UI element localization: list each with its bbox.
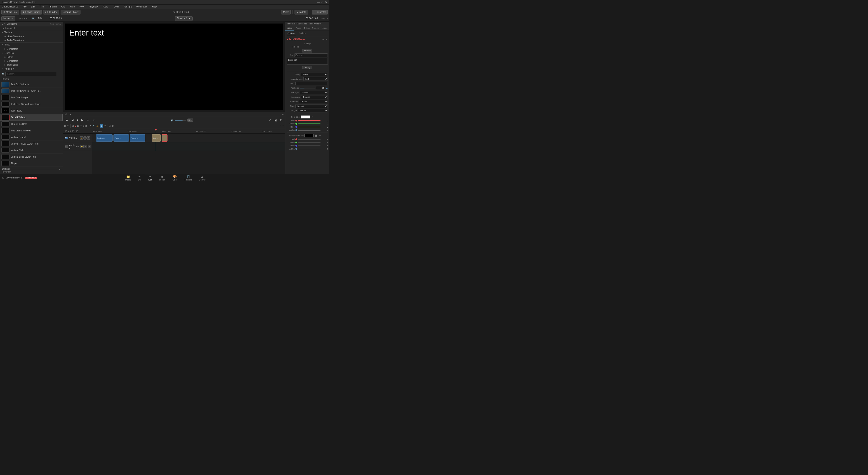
bg-color-edit-btn[interactable]: ✏ — [319, 135, 321, 137]
track-btn[interactable]: ⊠ — [83, 125, 84, 127]
subtitles-section-header[interactable]: Subtitles ▲ — [0, 167, 63, 170]
viewer-detach-btn[interactable]: ⊡ — [279, 118, 283, 122]
sound-library-btn[interactable]: ♪ Sound Library — [61, 10, 81, 14]
master-dropdown-btn[interactable]: Master ▼ — [1, 16, 15, 21]
mute-btn[interactable]: DIM — [187, 119, 193, 122]
tab-deliver[interactable]: ▲ Deliver — [195, 174, 209, 181]
media-pool-btn[interactable]: ⊞ Media Pool — [1, 10, 19, 14]
timeline-name-selector[interactable]: Timeline 1 ▼ — [175, 16, 193, 21]
menu-fusion[interactable]: Fusion — [101, 5, 110, 8]
red-slider[interactable] — [298, 120, 320, 121]
menu-color[interactable]: Color — [113, 5, 120, 8]
snapping-btn[interactable]: ⊞ — [72, 125, 74, 127]
effect-vertical-slide-lower[interactable]: Vertical Slide Lower Third — [0, 154, 63, 160]
inspector-tab-image[interactable]: Image — [320, 26, 329, 31]
blue-slider[interactable] — [298, 127, 320, 127]
inspector-tab-video[interactable]: Video — [285, 26, 294, 31]
justify-btn[interactable]: Justify — [302, 66, 312, 69]
bg-alpha-slider[interactable] — [298, 149, 320, 149]
video-transitions-item[interactable]: ▶ Video Transitions — [0, 35, 63, 38]
loop-btn[interactable]: ↺ — [92, 118, 96, 122]
inspector-settings-tab[interactable]: Settings — [298, 32, 307, 35]
red-keyframe-dot[interactable] — [296, 120, 297, 121]
mixer-btn[interactable]: Mixer — [281, 10, 291, 14]
subpixel-select[interactable]: Default — [299, 100, 328, 103]
menu-help[interactable]: Help — [151, 5, 158, 8]
effects-search-input[interactable] — [5, 72, 56, 76]
font-size-slider[interactable] — [300, 88, 315, 88]
generators-item[interactable]: ▶ Generators — [0, 47, 63, 51]
font-size-input[interactable] — [316, 86, 325, 90]
hint-style-select[interactable]: Default — [300, 91, 328, 94]
browse-btn[interactable]: Browse — [302, 49, 312, 53]
viewer-fullscreen-btn[interactable]: ⤢ — [268, 118, 272, 122]
play-backward-btn[interactable]: ◀ — [70, 118, 74, 122]
bg-color-reset[interactable]: ■ — [315, 135, 317, 137]
weight-select[interactable]: Normal — [298, 109, 328, 112]
blue-keyframe-dot[interactable] — [296, 126, 297, 128]
maximize-btn[interactable]: □ — [322, 1, 323, 4]
clip-text-2[interactable] — [162, 135, 167, 142]
audio-m-icon[interactable]: M — [88, 145, 91, 148]
goto-start-btn[interactable]: ⏮ — [65, 118, 69, 122]
effect-text-ripple[interactable]: TEXT Text Ripple — [0, 108, 63, 114]
viewer-cinema-btn[interactable]: ▣ — [274, 118, 278, 122]
playhead[interactable] — [156, 129, 156, 133]
effect-zipper[interactable]: Zipper — [0, 160, 63, 167]
audio-lock-icon[interactable]: 🔒 — [81, 145, 84, 148]
effect-text-over-shape[interactable]: Text Over Shape — [0, 94, 63, 101]
bg-red-dot[interactable] — [296, 139, 297, 140]
tab-cut[interactable]: ✂ Cut — [134, 174, 145, 181]
inspector-controls-tab[interactable]: Controls — [287, 32, 296, 35]
menu-playback[interactable]: Playback — [88, 5, 99, 8]
bg-blue-dot[interactable] — [296, 145, 297, 147]
antialiasing-select[interactable]: Default — [301, 95, 328, 99]
clip-fusion-3[interactable]: Fusion ... — [130, 135, 145, 142]
audiofx-header[interactable]: ▼ Audio FX — [0, 67, 63, 71]
tab-fairlight[interactable]: 🎵 Fairlight — [181, 174, 195, 181]
text-area-preview[interactable]: Enter text — [287, 58, 328, 65]
audio-transitions-item[interactable]: ▶ Audio Transitions — [0, 38, 63, 42]
razor-btn[interactable]: ✂ — [80, 125, 82, 127]
minimize-btn[interactable]: — — [317, 1, 320, 4]
menu-clip[interactable]: Clip — [61, 5, 66, 8]
menu-timeline[interactable]: Timeline — [48, 5, 58, 8]
menu-trim[interactable]: Trim — [39, 5, 45, 8]
edit-index-btn[interactable]: ≡ Edit Index — [43, 10, 59, 14]
bg-red-slider[interactable] — [298, 139, 320, 140]
filters-item[interactable]: ▶ Filters — [0, 55, 63, 59]
menu-edit[interactable]: Edit — [30, 5, 36, 8]
play-forward-btn[interactable]: ▶ — [81, 118, 84, 122]
viewer-next-btn[interactable]: ▷ — [68, 112, 71, 116]
bg-green-slider[interactable] — [298, 142, 320, 143]
effect-textofxmacro[interactable]: TextOFXMacro — [0, 114, 63, 121]
flag-btn[interactable]: ▼ — [104, 125, 106, 127]
openfx-header[interactable]: ▼ Open FX — [0, 51, 63, 55]
font-color-swatch[interactable] — [301, 115, 310, 119]
viewer-prev-btn[interactable]: ◁ — [64, 112, 67, 116]
timeline-item[interactable]: ■ Timeline 1 — [0, 26, 63, 30]
reset-section-btn[interactable]: ⊙ — [325, 38, 328, 41]
video-eye-icon[interactable]: 👁 — [84, 137, 87, 140]
effect-text-box-swipe-lower[interactable]: Text Box Swipe In Lower Th... — [0, 88, 63, 94]
goto-end-btn[interactable]: ⏭ — [86, 118, 90, 122]
menu-workspace[interactable]: Workspace — [135, 5, 149, 8]
effects-more-btn[interactable]: ⋮ — [57, 72, 61, 76]
inspector-tab-effects[interactable]: Effects — [303, 26, 312, 31]
clip-fusion-1[interactable]: Fusion ... — [96, 135, 113, 142]
alpha-keyframe-dot[interactable] — [296, 129, 297, 131]
effect-text-over-shape-lower[interactable]: Text Over Shape Lower Third — [0, 101, 63, 108]
record-btn[interactable]: ● — [74, 125, 76, 127]
tab-edit[interactable]: ✏ Edit — [145, 174, 156, 181]
volume-slider[interactable] — [175, 120, 186, 121]
inspector-tab-audio[interactable]: Audio — [294, 26, 303, 31]
effect-vertical-slide[interactable]: Vertical Slide — [0, 147, 63, 154]
effect-text-box-swipe-in[interactable]: Text Box Swipe In — [0, 81, 63, 88]
font-size-keyframe[interactable]: ◆ — [326, 87, 328, 89]
bg-alpha-dot[interactable] — [296, 148, 297, 150]
cursor-btn[interactable]: ↖ — [90, 125, 92, 127]
subtitles-collapse-icon[interactable]: ▲ — [59, 168, 61, 170]
video-mute-icon[interactable]: S — [87, 137, 90, 140]
window-controls[interactable]: — □ ✕ — [317, 1, 327, 4]
video-lock-icon[interactable]: 🔒 — [80, 137, 83, 140]
